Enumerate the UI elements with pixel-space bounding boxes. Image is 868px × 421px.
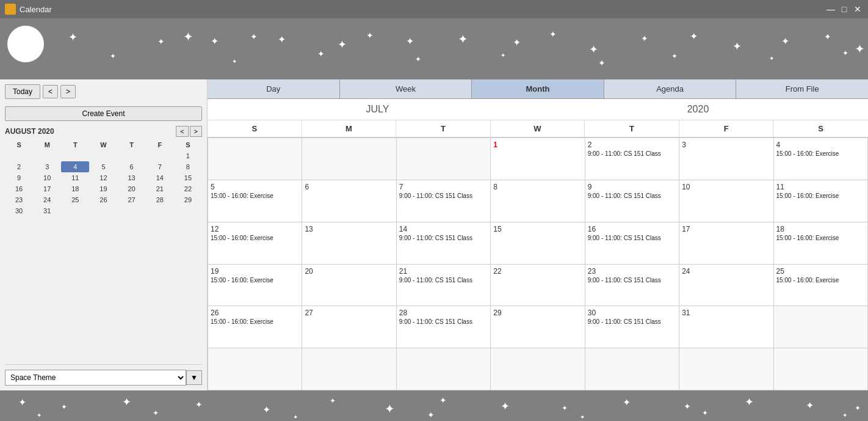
mini-cal-day[interactable]: 20 [118,183,146,194]
calendar-cell[interactable]: 13 [302,222,396,265]
calendar-cell[interactable]: 239:00 - 11:00: CS 151 Class [585,265,679,307]
tab-from-file[interactable]: From File [736,79,868,98]
mini-cal-day[interactable]: 16 [5,183,33,194]
calendar-cell[interactable]: 6 [302,180,396,222]
tab-week[interactable]: Week [340,79,472,98]
calendar-event[interactable]: 15:00 - 16:00: Exercise [776,150,865,157]
calendar-cell[interactable]: 31 [679,306,773,348]
mini-cal-day[interactable]: 29 [174,194,202,205]
mini-cal-day[interactable]: 6 [118,161,146,172]
calendar-cell[interactable] [774,348,868,390]
calendar-cell[interactable] [208,348,302,390]
tab-agenda[interactable]: Agenda [604,79,737,98]
theme-dropdown[interactable]: Space Theme [5,370,186,386]
calendar-event[interactable]: 15:00 - 16:00: Exercise [776,277,865,284]
mini-cal-day[interactable]: 9 [5,172,33,183]
calendar-event[interactable]: 9:00 - 11:00: CS 151 Class [588,192,676,199]
mini-cal-day[interactable]: 17 [33,183,61,194]
mini-cal-day[interactable]: 23 [5,194,33,205]
create-event-button[interactable]: Create Event [5,106,202,121]
prev-button[interactable]: < [43,85,58,98]
calendar-cell[interactable]: 24 [679,265,773,307]
calendar-cell[interactable]: 289:00 - 11:00: CS 151 Class [397,306,491,348]
mini-cal-day[interactable]: 13 [118,172,146,183]
calendar-cell[interactable] [302,138,396,180]
minimize-button[interactable]: — [825,4,836,15]
calendar-cell[interactable]: 8 [491,180,585,222]
calendar-event[interactable]: 9:00 - 11:00: CS 151 Class [399,192,488,199]
mini-cal-day[interactable]: 8 [174,161,202,172]
calendar-cell[interactable]: 10 [679,180,773,222]
maximize-button[interactable]: □ [839,4,850,15]
calendar-event[interactable]: 9:00 - 11:00: CS 151 Class [588,318,676,325]
calendar-event[interactable]: 9:00 - 11:00: CS 151 Class [588,150,676,157]
mini-cal-day[interactable]: 25 [61,194,89,205]
calendar-cell[interactable]: 29 [491,306,585,348]
calendar-event[interactable]: 15:00 - 16:00: Exercise [211,277,299,284]
calendar-event[interactable]: 15:00 - 16:00: Exercise [776,235,865,241]
calendar-cell[interactable]: 2515:00 - 16:00: Exercise [774,265,868,307]
mini-cal-day[interactable]: 18 [61,183,89,194]
calendar-cell[interactable]: 309:00 - 11:00: CS 151 Class [585,306,679,348]
tab-month[interactable]: Month [472,79,604,98]
close-button[interactable]: ✕ [852,4,863,15]
mini-cal-day[interactable]: 26 [89,194,117,205]
calendar-cell[interactable]: 15 [491,222,585,265]
calendar-event[interactable]: 9:00 - 11:00: CS 151 Class [399,318,488,325]
calendar-cell[interactable]: 17 [679,222,773,265]
calendar-cell[interactable]: 22 [491,265,585,307]
calendar-cell[interactable]: 149:00 - 11:00: CS 151 Class [397,222,491,265]
calendar-cell[interactable]: 27 [302,306,396,348]
calendar-cell[interactable] [774,306,868,348]
mini-cal-day[interactable]: 31 [33,205,61,216]
tab-day[interactable]: Day [208,79,340,98]
calendar-cell[interactable] [208,138,302,180]
mini-cal-day[interactable]: 7 [146,161,174,172]
calendar-cell[interactable] [302,348,396,390]
calendar-cell[interactable] [585,348,679,390]
calendar-cell[interactable] [679,348,773,390]
calendar-event[interactable]: 9:00 - 11:00: CS 151 Class [588,235,676,241]
mini-cal-day[interactable]: 4 [61,161,89,172]
mini-cal-day[interactable]: 27 [118,194,146,205]
calendar-cell[interactable]: 2615:00 - 16:00: Exercise [208,306,302,348]
mini-cal-day[interactable]: 28 [146,194,174,205]
mini-cal-day[interactable]: 24 [33,194,61,205]
mini-cal-day[interactable]: 10 [33,172,61,183]
calendar-event[interactable]: 15:00 - 16:00: Exercise [211,192,299,199]
calendar-event[interactable]: 9:00 - 11:00: CS 151 Class [399,277,488,284]
next-button[interactable]: > [60,85,76,98]
calendar-cell[interactable]: 515:00 - 16:00: Exercise [208,180,302,222]
mini-cal-day[interactable]: 2 [5,161,33,172]
calendar-cell[interactable]: 20 [302,265,396,307]
mini-cal-day[interactable]: 11 [61,172,89,183]
mini-cal-day[interactable]: 12 [89,172,117,183]
calendar-event[interactable]: 9:00 - 11:00: CS 151 Class [399,235,488,241]
mini-next-button[interactable]: > [190,126,202,137]
calendar-cell[interactable]: 219:00 - 11:00: CS 151 Class [397,265,491,307]
mini-cal-day[interactable]: 22 [174,183,202,194]
calendar-cell[interactable]: 99:00 - 11:00: CS 151 Class [585,180,679,222]
calendar-cell[interactable] [397,348,491,390]
theme-dropdown-arrow[interactable]: ▼ [186,370,202,385]
mini-cal-day[interactable]: 19 [89,183,117,194]
mini-prev-button[interactable]: < [176,126,188,137]
calendar-cell[interactable]: 29:00 - 11:00: CS 151 Class [585,138,679,180]
calendar-cell[interactable]: 1915:00 - 16:00: Exercise [208,265,302,307]
mini-cal-day[interactable]: 3 [33,161,61,172]
calendar-cell[interactable]: 1815:00 - 16:00: Exercise [774,222,868,265]
mini-cal-day[interactable]: 5 [89,161,117,172]
calendar-cell[interactable]: 1115:00 - 16:00: Exercise [774,180,868,222]
today-button[interactable]: Today [5,84,40,99]
calendar-cell[interactable] [397,138,491,180]
calendar-cell[interactable]: 1215:00 - 16:00: Exercise [208,222,302,265]
calendar-cell[interactable]: 79:00 - 11:00: CS 151 Class [397,180,491,222]
calendar-cell[interactable] [491,348,585,390]
mini-cal-day[interactable]: 14 [146,172,174,183]
mini-cal-day[interactable]: 15 [174,172,202,183]
calendar-event[interactable]: 15:00 - 16:00: Exercise [211,318,299,325]
calendar-cell[interactable]: 415:00 - 16:00: Exercise [774,138,868,180]
calendar-event[interactable]: 9:00 - 11:00: CS 151 Class [588,277,676,284]
mini-cal-day[interactable]: 1 [174,150,202,161]
calendar-event[interactable]: 15:00 - 16:00: Exercise [211,235,299,241]
